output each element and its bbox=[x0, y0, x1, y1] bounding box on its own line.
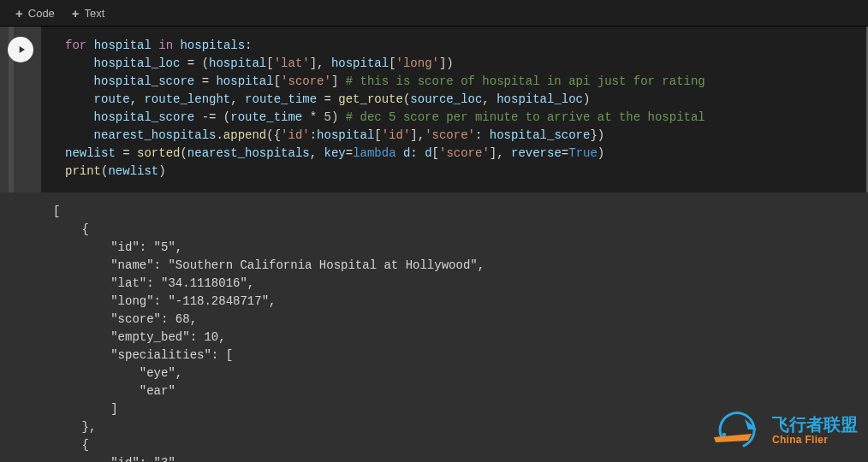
run-cell-button[interactable] bbox=[8, 37, 33, 62]
add-code-label: Code bbox=[28, 7, 55, 20]
plus-icon: + bbox=[15, 6, 23, 21]
code-cell: for hospital in hospitals: hospital_loc … bbox=[0, 27, 868, 192]
add-code-button[interactable]: + Code bbox=[7, 3, 63, 24]
toolbar: + Code + Text bbox=[0, 0, 868, 27]
add-text-button[interactable]: + Text bbox=[63, 3, 114, 24]
cell-gutter bbox=[0, 27, 41, 192]
code-editor[interactable]: for hospital in hospitals: hospital_loc … bbox=[41, 27, 868, 192]
play-icon bbox=[15, 44, 27, 56]
add-text-label: Text bbox=[85, 7, 105, 20]
plus-icon: + bbox=[72, 6, 80, 21]
cell-output: [ { "id": "5", "name": "Southern Califor… bbox=[0, 192, 868, 462]
